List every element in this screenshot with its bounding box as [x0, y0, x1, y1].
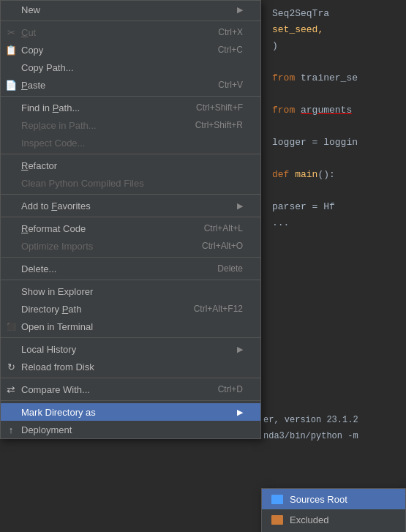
menu-item-history-label: Local History [21, 344, 231, 355]
menu-item-terminal-label: Open in Terminal [21, 321, 243, 332]
code-line: Seq2SeqTra [272, 6, 397, 22]
code-line: def main(): [272, 167, 397, 183]
replace-shortcut: Ctrl+Shift+R [195, 120, 243, 130]
submenu-mark-directory: Sources Root Excluded Resource Root Temp… [261, 488, 406, 532]
favorites-arrow-icon: ▶ [237, 201, 243, 211]
menu-item-reformat[interactable]: Reformat Code Ctrl+Alt+L [1, 220, 260, 237]
menu-item-local-history[interactable]: Local History ▶ [1, 340, 260, 358]
menu-item-dir-label: Directory Path [21, 304, 182, 315]
menu-item-new[interactable]: New ▶ [1, 1, 260, 18]
menu-separator [1, 96, 260, 97]
menu-item-delete[interactable]: Delete... Delete [1, 260, 260, 277]
code-line: ... [272, 215, 397, 231]
deployment-icon: ↑ [4, 422, 18, 437]
excluded-icon [271, 513, 284, 526]
menu-item-new-label: New [21, 4, 231, 15]
menu-item-inspect-code[interactable]: Inspect Code... [1, 134, 260, 151]
menu-item-copy[interactable]: 📋 Copy Ctrl+C [1, 41, 260, 59]
dir-shortcut: Ctrl+Alt+F12 [194, 304, 243, 314]
code-line: logger = loggin [272, 135, 397, 151]
menu-item-refactor-label: Refactor [21, 160, 243, 171]
code-line [272, 151, 397, 167]
menu-separator [1, 20, 260, 21]
history-arrow-icon: ▶ [237, 345, 243, 354]
menu-separator [1, 400, 260, 401]
menu-item-refactor[interactable]: Refactor [1, 157, 260, 174]
menu-item-directory-path[interactable]: Directory Path Ctrl+Alt+F12 [1, 300, 260, 318]
compare-icon: ⇄ [4, 382, 18, 397]
terminal-line2: nda3/bin/python -m [263, 428, 358, 444]
menu-item-optimize[interactable]: Optimize Imports Ctrl+Alt+O [1, 237, 260, 255]
menu-item-reformat-label: Reformat Code [21, 223, 192, 234]
menu-item-explorer-label: Show in Explorer [21, 286, 243, 297]
menu-separator [1, 378, 260, 378]
menu-separator [1, 194, 260, 195]
menu-item-copy-path[interactable]: Copy Path... [1, 59, 260, 76]
menu-item-mark-label: Mark Directory as [21, 407, 231, 418]
reformat-shortcut: Ctrl+Alt+L [204, 223, 243, 233]
compare-shortcut: Ctrl+D [218, 384, 243, 394]
menu-item-find-in-path[interactable]: Find in Path... Ctrl+Shift+F [1, 99, 260, 116]
code-line: from trainer_se [272, 70, 397, 86]
paste-icon: 📄 [4, 78, 18, 92]
menu-separator [1, 337, 260, 338]
menu-item-replace-label: Replace in Path... [21, 120, 184, 131]
mark-arrow-icon: ▶ [237, 408, 243, 417]
menu-item-clean[interactable]: Clean Python Compiled Files [1, 174, 260, 192]
submenu-sources-root-label: Sources Root [290, 494, 347, 505]
submenu-arrow-icon: ▶ [237, 5, 243, 15]
delete-shortcut: Delete [217, 263, 243, 274]
menu-item-deployment[interactable]: ↑ Deployment [1, 421, 260, 438]
submenu-item-sources-root[interactable]: Sources Root [262, 489, 405, 509]
menu-item-reload-label: Reload from Disk [21, 361, 243, 372]
menu-item-paste[interactable]: 📄 Paste Ctrl+V [1, 76, 260, 94]
cut-shortcut: Ctrl+X [218, 27, 243, 37]
menu-item-optimize-label: Optimize Imports [21, 241, 190, 252]
menu-item-compare-label: Compare With... [21, 384, 206, 395]
sources-root-icon [271, 492, 284, 506]
context-menu: New ▶ ✂ Cut Ctrl+X 📋 Copy Ctrl+C Copy Pa… [0, 0, 261, 439]
reload-icon: ↻ [4, 359, 18, 374]
code-line [272, 86, 397, 102]
terminal-icon: ⬛ [4, 319, 18, 334]
menu-item-mark-directory[interactable]: Mark Directory as ▶ [1, 403, 260, 421]
submenu-excluded-label: Excluded [290, 514, 328, 525]
paste-shortcut: Ctrl+V [218, 80, 243, 90]
menu-separator [1, 257, 260, 258]
menu-item-favorites[interactable]: Add to Favorites ▶ [1, 197, 260, 214]
cut-icon: ✂ [4, 25, 18, 40]
code-line [272, 183, 397, 199]
menu-item-terminal[interactable]: ⬛ Open in Terminal [1, 318, 260, 335]
menu-item-find-label: Find in Path... [21, 102, 184, 113]
code-line [272, 119, 397, 135]
menu-item-deployment-label: Deployment [21, 424, 243, 435]
copy-icon: 📋 [4, 42, 18, 57]
menu-separator [1, 280, 260, 280]
menu-item-favorites-label: Add to Favorites [21, 201, 231, 211]
menu-item-replace-in-path[interactable]: Replace in Path... Ctrl+Shift+R [1, 116, 260, 134]
terminal-line1: er, version 23.1.2 [263, 412, 358, 428]
menu-item-reload[interactable]: ↻ Reload from Disk [1, 358, 260, 375]
menu-item-compare[interactable]: ⇄ Compare With... Ctrl+D [1, 381, 260, 398]
menu-item-cut[interactable]: ✂ Cut Ctrl+X [1, 23, 260, 41]
code-line [272, 54, 397, 70]
menu-item-cut-label: Cut [21, 27, 206, 38]
optimize-shortcut: Ctrl+Alt+O [202, 241, 243, 251]
code-line: ) [272, 38, 397, 54]
menu-item-delete-label: Delete... [21, 263, 206, 274]
menu-item-inspect-label: Inspect Code... [21, 138, 243, 149]
find-shortcut: Ctrl+Shift+F [196, 102, 243, 113]
code-line: set_seed, [272, 22, 397, 38]
code-line: from arguments [272, 102, 397, 119]
menu-item-paste-label: Paste [21, 80, 206, 91]
code-line: parser = Hf [272, 199, 397, 215]
menu-item-copy-path-label: Copy Path... [21, 62, 243, 73]
menu-item-clean-label: Clean Python Compiled Files [21, 178, 243, 189]
menu-separator [1, 217, 260, 217]
menu-separator [1, 154, 260, 154]
copy-shortcut: Ctrl+C [218, 45, 243, 55]
menu-item-show-explorer[interactable]: Show in Explorer [1, 282, 260, 300]
submenu-item-excluded[interactable]: Excluded [262, 509, 405, 530]
menu-item-copy-label: Copy [21, 45, 206, 56]
